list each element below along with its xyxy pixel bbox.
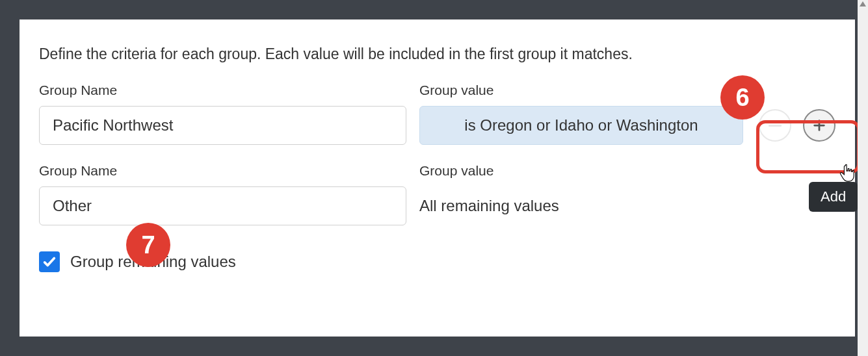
group-row-2: Group Name Group value All remaining val… [39, 163, 835, 225]
group-row-1: Group Name Group value is Oregon or Idah… [39, 83, 835, 145]
group-name-label: Group Name [39, 83, 406, 98]
group-name-field-2: Group Name [39, 163, 406, 225]
annotation-callout-6: 6 [720, 75, 765, 120]
group-value-text-2: All remaining values [419, 186, 835, 225]
group-name-label-2: Group Name [39, 163, 406, 179]
group-value-pill-1[interactable]: is Oregon or Idaho or Washington [419, 106, 743, 145]
group-config-panel: Define the criteria for each group. Each… [20, 19, 855, 337]
add-group-button[interactable] [803, 109, 835, 142]
row-controls-1 [756, 106, 835, 145]
group-name-field-1: Group Name [39, 83, 406, 145]
vertical-scrollbar[interactable] [858, 0, 868, 356]
cursor-pointer-icon [839, 164, 856, 183]
group-value-label: Group value [419, 83, 743, 98]
group-value-text-1: is Oregon or Idaho or Washington [464, 116, 698, 134]
remove-group-button[interactable] [759, 109, 791, 142]
minus-icon [769, 125, 782, 127]
group-value-label-2: Group value [419, 163, 835, 179]
group-name-input-1[interactable] [39, 106, 406, 145]
group-name-input-2[interactable] [39, 186, 406, 225]
plus-icon [812, 118, 826, 133]
instruction-text: Define the criteria for each group. Each… [39, 45, 835, 63]
scroll-up-arrow-icon [860, 1, 866, 6]
group-remaining-checkbox[interactable] [39, 251, 60, 272]
group-value-field-1: Group value is Oregon or Idaho or Washin… [419, 83, 743, 145]
check-icon [42, 255, 57, 269]
add-tooltip: Add [809, 182, 858, 212]
annotation-callout-7: 7 [126, 223, 170, 267]
group-value-field-2: Group value All remaining values [419, 163, 835, 225]
